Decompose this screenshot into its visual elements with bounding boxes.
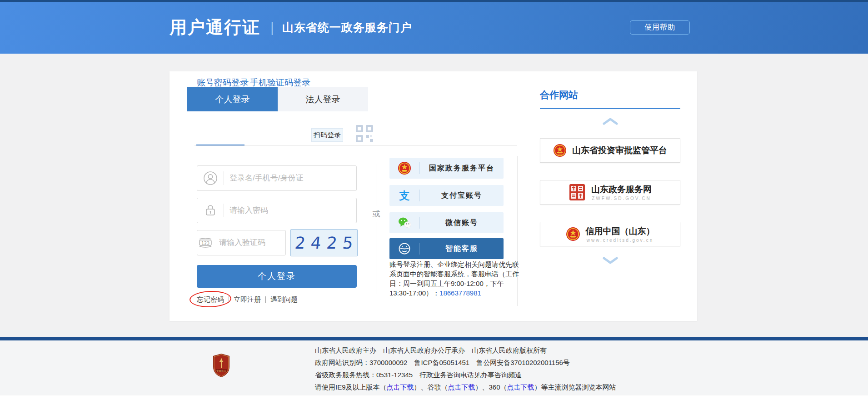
tab-legal-login[interactable]: 法人登录: [278, 87, 368, 111]
user-icon: [197, 170, 224, 186]
login-card: 个人登录 法人登录 账号密码登录 手机验证码登录 扫码登录: [170, 71, 697, 321]
chevron-down-icon[interactable]: [602, 256, 619, 265]
partner-url: www.creditsd.gov.cn: [587, 238, 653, 243]
personal-login-button[interactable]: 个人登录: [197, 265, 357, 288]
third-party-label: 智能客服: [420, 244, 504, 254]
forgot-password-link[interactable]: 忘记密码: [197, 295, 229, 304]
numbers-icon: 123: [197, 235, 214, 250]
qr-code-icon[interactable]: [355, 124, 374, 143]
partner-name: 山东政务服务网: [591, 184, 652, 195]
footer-line-icp: 政府网站识别码：3700000092 鲁ICP备05051451 鲁公网安备37…: [315, 359, 616, 367]
header-banner: 用户通行证 | 山东省统一政务服务门户 使用帮助: [0, 2, 868, 54]
service-phone-link[interactable]: 18663778981: [439, 289, 481, 297]
third-party-label: 国家政务服务平台: [420, 164, 504, 173]
service-notice: 账号登录注册、企业绑定相关问题请优先联系页面中的智能客服系统，客服电话（工作日：…: [389, 260, 522, 298]
partner-credit-china[interactable]: 信用中国（山东） www.creditsd.gov.cn: [540, 222, 680, 246]
or-divider-line: [376, 164, 376, 294]
helper-links: 忘记密码 立即注册 遇到问题: [197, 295, 302, 304]
lock-icon: [197, 203, 224, 218]
partners-underline: [540, 108, 680, 109]
chevron-up-icon[interactable]: [602, 117, 619, 126]
third-party-national-platform[interactable]: 国家政务服务平台: [389, 158, 504, 179]
third-party-label: 支付宝账号: [420, 191, 504, 200]
partner-name: 山东省投资审批监管平台: [572, 145, 667, 156]
footer-divider-bar: [0, 337, 868, 340]
chrome-download-link[interactable]: 点击下载: [448, 383, 475, 391]
method-scan-login[interactable]: 扫码登录: [311, 128, 343, 142]
partner-investment-platform[interactable]: 山东省投资审批监管平台: [540, 138, 680, 163]
ie-download-link[interactable]: 点击下载: [387, 383, 414, 391]
national-emblem-icon: [553, 144, 567, 157]
svg-text:123: 123: [201, 240, 210, 245]
method-divider-line: [195, 145, 517, 146]
browser360-download-link[interactable]: 点击下载: [507, 383, 534, 391]
password-input[interactable]: [224, 198, 356, 223]
partner-name: 信用中国（山东）: [586, 225, 655, 237]
footer-text-block: 山东省人民政府主办 山东省人民政府办公厅承办 山东省人民政府版权所有 政府网站识…: [315, 346, 616, 404]
browser-text: ）、360（: [475, 383, 507, 391]
login-page: 用户通行证 | 山东省统一政务服务门户 使用帮助 个人登录 法人登录 账号密码登…: [0, 0, 868, 405]
footer: 党政机关 山东省人民政府主办 山东省人民政府办公厅承办 山东省人民政府版权所有 …: [0, 340, 868, 395]
wechat-icon: [389, 216, 419, 230]
partner-url: ZWFW.SD.GOV.CN: [592, 196, 651, 201]
footer-line-sponsor: 山东省人民政府主办 山东省人民政府办公厅承办 山东省人民政府版权所有: [315, 346, 616, 355]
robot-icon: [389, 242, 419, 255]
method-account-password[interactable]: 账号密码登录: [197, 77, 249, 89]
register-link[interactable]: 立即注册: [229, 295, 265, 304]
national-emblem-icon: [389, 161, 419, 175]
site-subtitle: 山东省统一政务服务门户: [282, 20, 412, 35]
username-input[interactable]: [224, 166, 356, 190]
captcha-image[interactable]: 2425: [290, 229, 358, 256]
title-divider: |: [270, 20, 274, 35]
captcha-field-wrapper: 123: [197, 230, 286, 255]
footer-line-hotline: 省级政务服务热线：0531-12345 行政业务咨询电话见办事咨询频道: [315, 371, 616, 379]
password-field-wrapper: [197, 198, 357, 223]
brand: 用户通行证 | 山东省统一政务服务门户: [170, 16, 412, 39]
browser-text: ）等主流浏览器浏览本网站: [534, 383, 616, 391]
partner-sd-gov-service[interactable]: 山东政务服务网 ZWFW.SD.GOV.CN: [540, 180, 680, 205]
help-button[interactable]: 使用帮助: [630, 20, 690, 35]
browser-text: 请使用IE9及以上版本（: [315, 383, 387, 391]
third-party-wechat[interactable]: 微信账号: [389, 212, 504, 233]
problem-link[interactable]: 遇到问题: [266, 295, 302, 304]
red-seal-icon: [569, 183, 586, 201]
government-badge-icon: 党政机关: [212, 353, 230, 378]
third-party-label: 微信账号: [420, 218, 504, 228]
method-sms-code[interactable]: 手机验证码登录: [250, 77, 310, 89]
captcha-digits: 2425: [289, 234, 359, 252]
username-field-wrapper: [197, 165, 357, 191]
or-label: 或: [369, 206, 383, 222]
footer-line-browser: 请使用IE9及以上版本（点击下载）、谷歌（点击下载）、360（点击下载）等主流浏…: [315, 383, 616, 400]
partners-title: 合作网站: [540, 89, 578, 101]
site-title: 用户通行证: [170, 16, 260, 39]
svg-text:支: 支: [399, 190, 410, 201]
third-party-smart-service[interactable]: 智能客服: [389, 238, 504, 259]
national-emblem-icon: [566, 227, 580, 241]
tab-personal-login[interactable]: 个人登录: [187, 87, 278, 111]
badge-label-text: 党政机关: [216, 370, 227, 373]
alipay-icon: 支: [389, 189, 419, 202]
browser-text: ）、谷歌（: [414, 383, 448, 391]
third-party-alipay[interactable]: 支 支付宝账号: [389, 185, 504, 206]
